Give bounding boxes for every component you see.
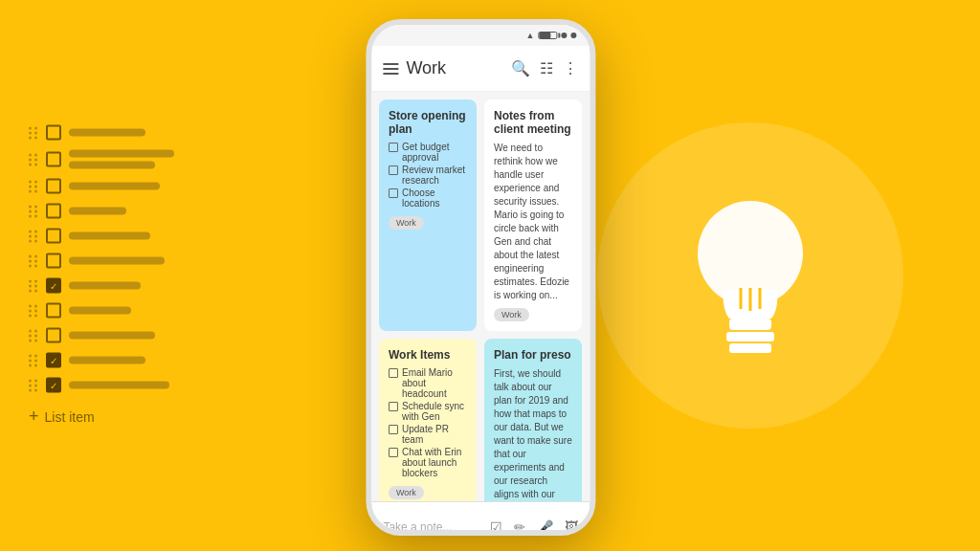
- checklist-item: Choose locations: [389, 187, 467, 209]
- note-card-work-items[interactable]: Work Items Email Mario about headcount S…: [379, 339, 477, 501]
- more-options-icon[interactable]: ⋮: [563, 59, 578, 77]
- checklist-item: Chat with Erin about launch blockers: [389, 447, 467, 478]
- drag-handle: [29, 279, 38, 292]
- status-bar: ▲: [371, 25, 590, 46]
- note-card-plan-preso[interactable]: Plan for preso First, we should talk abo…: [484, 339, 582, 501]
- header-icons: 🔍 ☷ ⋮: [511, 59, 578, 77]
- list-bar: [69, 150, 174, 158]
- checklist-item: Email Mario about headcount: [389, 367, 467, 399]
- list-bar: [69, 208, 126, 215]
- mic-icon[interactable]: 🎤: [537, 519, 553, 535]
- list-item: [29, 150, 174, 169]
- list-item: [29, 179, 174, 194]
- checklist-item: Update PR team: [389, 424, 467, 445]
- drag-handle: [29, 230, 38, 242]
- list-item: [29, 378, 174, 393]
- list-checkbox[interactable]: [46, 378, 61, 393]
- phone-mockup: ▲ Work 🔍 ☷ ⋮ Store opening plan Get budg…: [366, 19, 595, 536]
- note-checkbox[interactable]: [389, 188, 398, 198]
- list-checkbox[interactable]: [46, 152, 61, 167]
- list-checkbox[interactable]: [46, 179, 61, 194]
- list-bar: [69, 257, 165, 265]
- list-item: [29, 229, 174, 244]
- list-checkbox[interactable]: [46, 328, 61, 343]
- add-item-label: List item: [45, 408, 95, 424]
- note-title: Notes from client meeting: [494, 109, 572, 136]
- drag-handle: [29, 354, 38, 366]
- list-bar: [69, 382, 169, 389]
- app-header: Work 🔍 ☷ ⋮: [371, 46, 590, 92]
- notes-area: Store opening plan Get budget approval R…: [371, 92, 590, 501]
- lightbulb-icon: [674, 185, 827, 366]
- drag-handle: [29, 180, 38, 192]
- svg-rect-1: [729, 319, 771, 330]
- note-checkbox[interactable]: [389, 425, 398, 434]
- checkbox-icon[interactable]: ☑: [490, 519, 502, 535]
- note-checkbox[interactable]: [389, 448, 398, 457]
- list-item: [29, 204, 174, 219]
- list-item: [29, 278, 174, 294]
- list-bar: [69, 282, 141, 290]
- note-card-store-opening[interactable]: Store opening plan Get budget approval R…: [379, 99, 477, 331]
- list-bar: [69, 357, 145, 364]
- signal-dot: [561, 33, 567, 38]
- checklist-item: Review market research: [389, 165, 467, 186]
- list-checkbox[interactable]: [46, 253, 61, 269]
- drag-handle: [29, 329, 38, 342]
- lightbulb-bg-circle: [597, 122, 903, 429]
- wifi-icon: ▲: [525, 31, 534, 40]
- app-title: Work: [406, 58, 503, 78]
- list-item: [29, 303, 174, 319]
- note-checkbox[interactable]: [389, 368, 398, 378]
- checklist-panel: + List item: [29, 125, 174, 427]
- drag-handle: [29, 126, 38, 139]
- drag-handle: [29, 153, 38, 165]
- list-bar: [69, 162, 155, 169]
- list-bar: [69, 183, 160, 190]
- list-item: [29, 353, 174, 368]
- list-bar: [69, 232, 150, 240]
- toolbar-icons: ☑ ✏ 🎤 🖼: [490, 519, 578, 535]
- note-body: First, we should talk about our plan for…: [494, 367, 572, 501]
- checklist-item: Schedule sync with Gen: [389, 401, 467, 422]
- svg-rect-3: [729, 343, 771, 353]
- note-checkbox[interactable]: [389, 402, 398, 411]
- image-icon[interactable]: 🖼: [565, 519, 578, 535]
- note-tag[interactable]: Work: [389, 486, 424, 499]
- note-card-client-meeting[interactable]: Notes from client meeting We need to ret…: [484, 99, 582, 331]
- signal-dot: [570, 33, 576, 38]
- list-bar: [69, 129, 145, 137]
- search-icon[interactable]: 🔍: [511, 59, 530, 77]
- take-note-placeholder[interactable]: Take a note...: [383, 520, 490, 534]
- note-checkbox[interactable]: [389, 165, 398, 175]
- checklist-item: Get budget approval: [389, 142, 467, 163]
- drag-handle: [29, 304, 38, 317]
- list-item: [29, 328, 174, 343]
- note-title: Store opening plan: [389, 109, 467, 136]
- drag-handle: [29, 379, 38, 391]
- note-body: We need to rethink how we handle user ex…: [494, 142, 572, 302]
- add-icon: +: [29, 407, 39, 427]
- list-bar: [69, 332, 155, 340]
- hamburger-icon[interactable]: [383, 63, 398, 75]
- list-item: [29, 125, 174, 141]
- layout-icon[interactable]: ☷: [540, 59, 553, 77]
- note-title: Work Items: [389, 348, 467, 362]
- svg-rect-2: [726, 332, 774, 342]
- pencil-icon[interactable]: ✏: [514, 519, 525, 535]
- list-checkbox[interactable]: [46, 278, 61, 294]
- note-title: Plan for preso: [494, 348, 572, 362]
- list-bar: [69, 307, 131, 315]
- battery-icon: [538, 32, 557, 39]
- list-checkbox[interactable]: [46, 303, 61, 319]
- note-tag[interactable]: Work: [494, 308, 529, 321]
- note-tag[interactable]: Work: [389, 216, 424, 230]
- note-checkbox[interactable]: [389, 143, 398, 152]
- add-item-row[interactable]: + List item: [29, 407, 174, 427]
- list-item: [29, 253, 174, 269]
- list-checkbox[interactable]: [46, 229, 61, 244]
- list-checkbox[interactable]: [46, 204, 61, 219]
- list-checkbox[interactable]: [46, 353, 61, 368]
- list-checkbox[interactable]: [46, 125, 61, 141]
- bottom-toolbar: Take a note... ☑ ✏ 🎤 🖼: [371, 501, 590, 536]
